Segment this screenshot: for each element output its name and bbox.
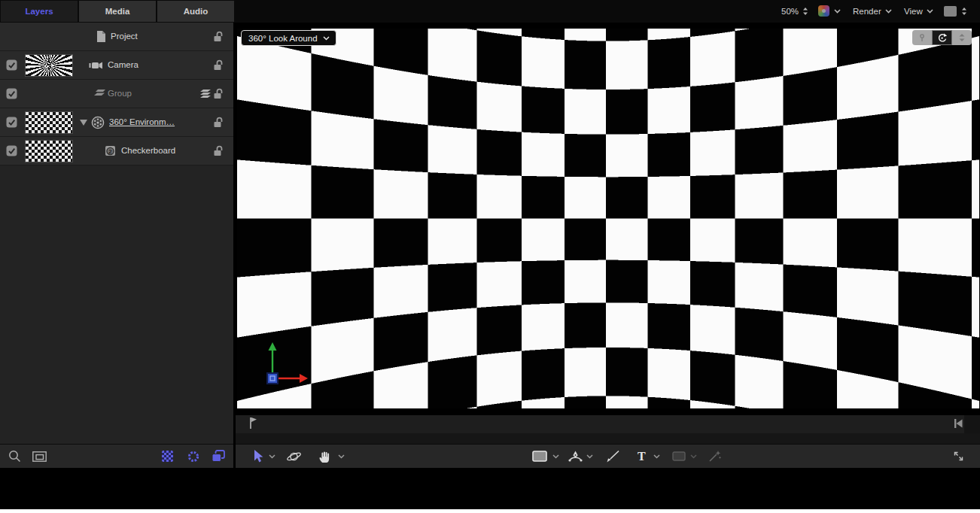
brush-icon <box>606 450 620 463</box>
view-mode-popup[interactable]: 360° Look Around <box>241 30 336 46</box>
canvas-toolbar: T <box>236 444 980 468</box>
search-icon[interactable] <box>8 450 21 463</box>
checkerboard-filter-icon[interactable] <box>162 451 173 462</box>
view-label: View <box>904 7 923 16</box>
project-document-icon <box>96 30 106 43</box>
layer-row-group[interactable]: Group <box>0 80 233 108</box>
select-tool-button[interactable] <box>253 445 264 468</box>
mini-timeline[interactable] <box>236 414 980 433</box>
environment-thumbnail[interactable] <box>25 111 73 134</box>
screenshot-bottom-edge <box>0 509 980 513</box>
render-label: Render <box>853 7 881 16</box>
camera-icon <box>89 61 103 70</box>
layer-row-checkerboard[interactable]: 2 Checkerboard <box>0 137 233 165</box>
gear-icon[interactable] <box>187 451 199 463</box>
layer-label: Project <box>111 32 138 41</box>
group-layers-icon <box>93 90 106 99</box>
chevron-down-icon <box>885 9 892 14</box>
dolly-mode-button[interactable] <box>952 30 972 45</box>
checkerboard-thumbnail[interactable] <box>25 140 73 162</box>
checkbox-checked[interactable] <box>6 117 17 128</box>
magic-wand-icon <box>708 450 722 463</box>
panel-divider[interactable] <box>233 23 236 468</box>
pan-mode-icon <box>918 33 927 42</box>
disclosure-triangle-icon[interactable] <box>80 120 87 126</box>
layers-panel-footer <box>0 444 233 468</box>
render-dropdown[interactable]: Render <box>853 0 892 23</box>
orbit-3d-tool-button[interactable] <box>286 445 302 468</box>
shape-tool-button[interactable] <box>532 445 547 468</box>
stepper-icon <box>802 7 808 16</box>
unlock-icon[interactable] <box>213 117 224 128</box>
chevron-down-icon[interactable] <box>586 454 593 459</box>
chevron-down-icon <box>323 36 330 41</box>
duplicate-layers-icon[interactable] <box>212 450 225 463</box>
chevron-down-icon[interactable] <box>653 454 660 459</box>
rectangle-shape-icon <box>532 451 547 462</box>
chevron-down-icon[interactable] <box>338 454 345 459</box>
footer-空 <box>0 468 980 509</box>
app-window: Layers Media Audio 50% Render View <box>0 0 980 513</box>
viewport-canvas[interactable] <box>237 29 979 408</box>
chevron-down-icon[interactable] <box>269 454 275 459</box>
checkbox-checked[interactable] <box>6 88 17 99</box>
tab-layers[interactable]: Layers <box>1 1 78 22</box>
unlock-icon[interactable] <box>213 88 224 99</box>
text-tool-glyph: T <box>638 450 646 463</box>
preview-frame-icon[interactable] <box>32 451 47 462</box>
tab-audio[interactable]: Audio <box>157 1 234 22</box>
dolly-mode-icon <box>958 33 966 42</box>
stepper-icon[interactable] <box>961 7 967 16</box>
layer-row-environment-360[interactable]: 360° Environm… <box>0 108 233 137</box>
orbit-rotate-icon <box>936 32 948 44</box>
hand-icon <box>318 450 331 463</box>
layers-panel: Project Camera <box>0 23 233 444</box>
axis-gizmo[interactable] <box>256 338 316 391</box>
sphere-360-icon <box>91 116 105 129</box>
mask-tool-button-disabled <box>672 445 686 468</box>
chevron-down-icon[interactable] <box>834 9 841 14</box>
layer-label: Group <box>108 89 132 98</box>
zoom-level-control[interactable]: 50% <box>781 0 808 23</box>
layer-row-camera[interactable]: Camera <box>0 51 233 80</box>
chevron-down-icon-disabled <box>690 454 697 459</box>
tab-layers-label: Layers <box>25 7 53 16</box>
background-swatch[interactable] <box>944 6 957 17</box>
layer-label: 360° Environm… <box>109 117 175 126</box>
playhead-marker[interactable] <box>249 417 258 430</box>
pan-mode-button[interactable] <box>912 30 932 45</box>
chevron-down-icon <box>927 9 933 14</box>
look-around-mode-control <box>912 30 972 45</box>
orbit-mode-button[interactable] <box>932 30 951 45</box>
chevron-down-icon[interactable] <box>552 454 559 459</box>
text-tool-button[interactable]: T <box>638 445 646 468</box>
end-of-project-marker[interactable] <box>953 418 963 429</box>
expand-fullscreen-icon[interactable] <box>952 450 965 463</box>
unlock-icon[interactable] <box>213 31 224 42</box>
tab-audio-label: Audio <box>184 7 208 16</box>
stacked-layers-icon <box>199 89 212 99</box>
timeline-lower-strip <box>236 433 980 444</box>
adjust-wand-button-disabled <box>708 445 722 468</box>
canvas-area <box>236 23 980 414</box>
timeline-out-of-range <box>964 415 980 433</box>
pen-tool-icon <box>568 450 583 463</box>
paint-stroke-tool-button[interactable] <box>606 445 620 468</box>
rectangle-mask-icon <box>672 451 686 461</box>
orbit-3d-icon <box>286 450 302 463</box>
checkbox-checked[interactable] <box>6 145 17 156</box>
bezier-pen-tool-button[interactable] <box>568 445 583 468</box>
channel-color-swatch[interactable] <box>818 5 829 17</box>
tab-media[interactable]: Media <box>79 1 156 22</box>
zoom-level-value: 50% <box>781 7 799 16</box>
unlock-icon[interactable] <box>213 145 224 156</box>
hand-tool-button[interactable] <box>318 445 331 468</box>
camera-thumbnail[interactable] <box>25 54 73 77</box>
unlock-icon[interactable] <box>213 59 224 71</box>
checkbox-checked[interactable] <box>6 59 17 71</box>
view-mode-label: 360° Look Around <box>248 34 318 43</box>
layer-row-project[interactable]: Project <box>0 23 233 51</box>
tab-media-label: Media <box>105 7 130 16</box>
view-dropdown[interactable]: View <box>904 0 933 23</box>
layer-label: Camera <box>108 60 138 69</box>
